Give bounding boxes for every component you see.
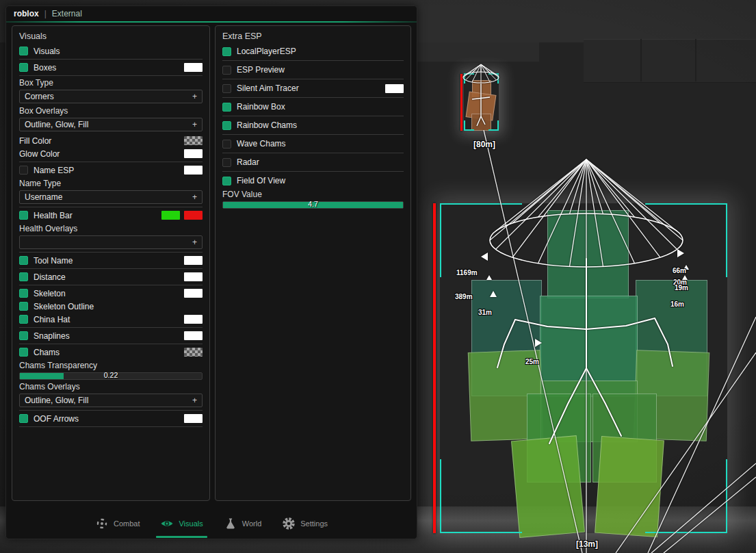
toggle-boxes[interactable]: Boxes	[19, 61, 203, 74]
tab-world[interactable]: World	[222, 513, 263, 535]
glow-color-swatch[interactable]	[184, 149, 203, 158]
checkbox-skeleton-outline[interactable]	[19, 302, 28, 311]
checkbox-oof-arrows[interactable]	[19, 414, 28, 423]
box-overlays-label: Box Overlays	[19, 106, 203, 115]
checkbox-wave-chams[interactable]	[222, 140, 231, 149]
name-type-label: Name Type	[19, 179, 203, 188]
checkbox-tool-name[interactable]	[19, 256, 28, 265]
toggle-wave-chams[interactable]: Wave Chams	[222, 137, 404, 151]
toggle-field-of-view[interactable]: Field Of View	[222, 174, 404, 188]
chams-overlays-dropdown[interactable]: Outline, Glow, Fill +	[19, 394, 203, 407]
tab-label: Combat	[114, 519, 140, 528]
tab-combat[interactable]: Combat	[94, 513, 142, 535]
distance-color-swatch[interactable]	[184, 272, 203, 281]
checkbox-name-esp[interactable]	[19, 166, 28, 175]
divider	[19, 59, 203, 60]
health-overlays-dropdown[interactable]: +	[19, 235, 203, 249]
flask-icon	[224, 517, 237, 530]
chams-color-swatch[interactable]	[184, 348, 203, 357]
china-hat-color-swatch[interactable]	[184, 315, 203, 324]
oof-distance-label: 31m	[478, 309, 492, 316]
checkbox-local-player-esp[interactable]	[222, 47, 231, 56]
app-title: roblox	[14, 9, 39, 18]
cheat-menu-window: roblox | External Visuals Visuals Boxes	[5, 5, 417, 539]
skeleton-color-swatch[interactable]	[184, 289, 203, 298]
divider	[222, 116, 404, 116]
checkbox-snaplines[interactable]	[19, 331, 28, 340]
title-underline	[6, 21, 417, 23]
box-color-swatch[interactable]	[184, 63, 203, 72]
checkbox-skeleton[interactable]	[19, 289, 28, 298]
name-type-dropdown[interactable]: Username +	[19, 190, 203, 204]
chams-transparency-slider[interactable]: 0.22	[19, 372, 203, 380]
checkbox-silent-aim-tracer[interactable]	[222, 84, 231, 93]
toggle-rainbow-chams[interactable]: Rainbow Chams	[222, 118, 404, 132]
divider	[19, 426, 203, 427]
divider	[222, 171, 404, 172]
title-separator: |	[44, 9, 47, 18]
toggle-chams[interactable]: Chams	[19, 346, 203, 359]
checkbox-radar[interactable]	[222, 158, 231, 167]
divider	[19, 252, 203, 253]
tab-settings[interactable]: Settings	[281, 513, 329, 535]
toggle-health-bar[interactable]: Health Bar	[19, 209, 203, 222]
silent-aim-tracer-color-swatch[interactable]	[385, 84, 404, 93]
checkbox-rainbow-box[interactable]	[222, 103, 231, 112]
toggle-tool-name[interactable]: Tool Name	[19, 254, 203, 267]
divider	[19, 344, 203, 344]
toggle-skeleton[interactable]: Skeleton	[19, 287, 203, 300]
tab-label: Settings	[300, 519, 328, 528]
expand-icon: +	[192, 120, 197, 129]
toggle-name-esp[interactable]: Name ESP	[19, 164, 203, 177]
section-header: Extra ESP	[222, 31, 404, 42]
toggle-oof-arrows[interactable]: OOF Arrows	[19, 412, 203, 425]
checkbox-chams[interactable]	[19, 348, 28, 357]
fill-color-swatch[interactable]	[184, 136, 203, 145]
snaplines-color-swatch[interactable]	[184, 331, 203, 340]
divider	[19, 327, 203, 328]
toggle-silent-aim-tracer[interactable]: Silent Aim Tracer	[222, 81, 404, 95]
expand-icon: +	[192, 396, 197, 405]
toggle-china-hat[interactable]: China Hat	[19, 313, 203, 326]
tool-name-color-swatch[interactable]	[184, 256, 203, 265]
divider	[19, 75, 203, 76]
oof-distance-label: 25m	[525, 358, 539, 365]
divider	[222, 97, 404, 98]
slider-value: 0.22	[20, 371, 202, 379]
toggle-local-player-esp[interactable]: LocalPlayerESP	[222, 44, 404, 58]
health-low-color-swatch[interactable]	[184, 211, 203, 220]
checkbox-china-hat[interactable]	[19, 315, 28, 324]
fov-slider[interactable]: 4.7	[222, 201, 404, 209]
toggle-rainbow-box[interactable]: Rainbow Box	[222, 100, 404, 114]
toggle-visuals[interactable]: Visuals	[19, 44, 203, 57]
expand-icon: +	[192, 237, 197, 247]
oof-arrow-up-icon	[486, 275, 492, 280]
panel-extra-esp: Extra ESP LocalPlayerESP ESP Preview Sil…	[215, 25, 411, 501]
eye-icon	[160, 517, 174, 530]
checkbox-rainbow-chams[interactable]	[222, 121, 231, 130]
oof-arrows-color-swatch[interactable]	[184, 414, 203, 423]
tab-visuals[interactable]: Visuals	[159, 513, 204, 535]
fov-value-label: FOV Value	[222, 190, 404, 198]
box-type-label: Box Type	[19, 78, 203, 87]
checkbox-esp-preview[interactable]	[222, 66, 231, 75]
toggle-radar[interactable]: Radar	[222, 155, 404, 169]
oof-distance-label: 66m	[673, 267, 686, 274]
health-high-color-swatch[interactable]	[161, 211, 180, 220]
toggle-skeleton-outline[interactable]: Skeleton Outline	[19, 300, 203, 313]
checkbox-visuals[interactable]	[19, 47, 28, 55]
toggle-esp-preview[interactable]: ESP Preview	[222, 63, 404, 77]
toggle-snaplines[interactable]: Snaplines	[19, 329, 203, 342]
checkbox-distance[interactable]	[19, 272, 28, 281]
screen: 1169m 389m 31m 25m 66m 20m 19m 16m [80m]…	[0, 0, 756, 553]
name-color-swatch[interactable]	[184, 166, 203, 175]
box-overlays-dropdown[interactable]: Outline, Glow, Fill +	[19, 118, 203, 131]
health-overlays-label: Health Overlays	[19, 224, 203, 233]
checkbox-field-of-view[interactable]	[222, 177, 231, 185]
box-type-dropdown[interactable]: Corners +	[19, 90, 203, 103]
title-bar[interactable]: roblox | External	[6, 6, 417, 21]
oof-arrow-right-icon	[535, 339, 542, 347]
toggle-distance[interactable]: Distance	[19, 270, 203, 283]
checkbox-boxes[interactable]	[19, 63, 28, 72]
checkbox-health-bar[interactable]	[19, 211, 28, 220]
